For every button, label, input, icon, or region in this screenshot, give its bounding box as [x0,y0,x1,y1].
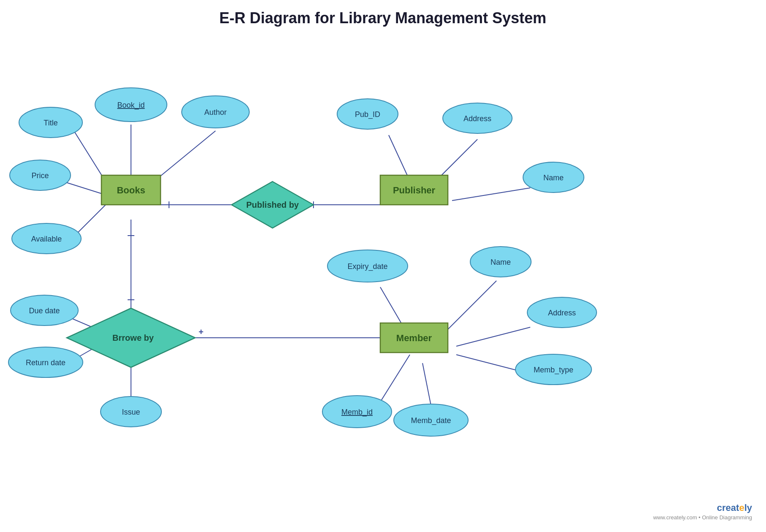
watermark-url: www.creately.com • Online Diagramming [653,514,752,521]
attr-author-label: Author [204,108,226,117]
connector-books-price [63,182,104,194]
attr-expiry-date-label: Expiry_date [347,262,387,271]
attr-mem-address-label: Address [548,309,576,317]
attr-book-id-label: Book_id [117,101,144,110]
attr-pub-id-label: Pub_ID [355,110,380,119]
connector-member-membtype [456,355,522,372]
svg-text:+: + [199,327,204,337]
connector-books-author [156,131,215,179]
attr-title-label: Title [44,119,57,127]
entity-books-label: Books [117,185,145,195]
attr-mem-name-label: Name [491,258,511,266]
connector-member-name [444,281,496,334]
connector-books-title [74,131,106,182]
attr-pub-address-label: Address [463,114,491,123]
connector-member-address [456,327,530,346]
relation-published-by-label: Published by [246,200,299,209]
attr-return-date-label: Return date [26,358,65,367]
attr-memb-type-label: Memb_type [534,366,573,375]
entity-publisher-label: Publisher [393,185,436,195]
relation-brrowe-by-label: Brrowe by [112,333,154,342]
attr-available-label: Available [31,235,62,243]
connector-member-membdate [423,363,431,405]
attr-pub-name-label: Name [543,174,564,182]
attr-due-date-label: Due date [29,307,60,315]
connector-member-membid [378,355,410,405]
connector-publisher-name [452,188,530,201]
watermark-brand: creately [717,502,752,513]
attr-memb-date-label: Memb_date [411,416,451,425]
entity-member-label: Member [396,333,432,343]
attr-issue-label: Issue [122,408,140,416]
attr-memb-id-label: Memb_id [341,408,373,417]
diagram-title: E-R Diagram for Library Management Syste… [219,9,546,27]
attr-price-label: Price [31,171,49,180]
